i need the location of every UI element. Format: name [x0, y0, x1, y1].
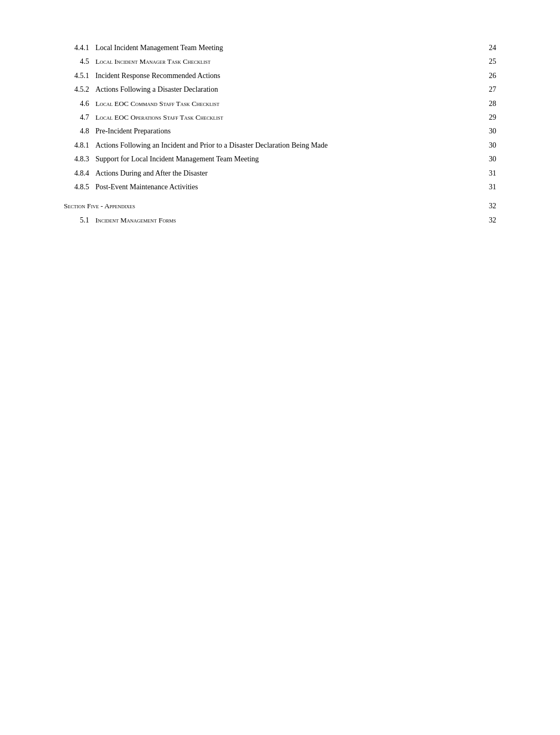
toc-number: Section Five - Appendixes [64, 200, 135, 212]
toc-number: 4.8.4 [64, 168, 95, 179]
toc-page: 28 [480, 98, 496, 110]
toc-entry-4-7: 4.7 Local EOC Operations Staff Task Chec… [64, 112, 496, 123]
toc-entry-4-8: 4.8 Pre-Incident Preparations 30 [64, 125, 496, 137]
toc-page: 24 [480, 42, 496, 54]
toc-entry-4-5: 4.5 Local Incident Manager Task Checklis… [64, 56, 496, 67]
toc-number: 4.8.5 [64, 181, 95, 193]
toc-number: 4.5.1 [64, 70, 95, 82]
toc-number: 4.8.1 [64, 140, 95, 151]
toc-entry-4-5-2: 4.5.2 Actions Following a Disaster Decla… [64, 84, 496, 95]
toc-number: 5.1 [64, 215, 95, 226]
toc-label: Actions During and After the Disaster [95, 168, 480, 179]
toc-entry-section-five: Section Five - Appendixes 32 [64, 200, 496, 212]
toc-page: 30 [480, 153, 496, 165]
toc-page: 32 [480, 200, 496, 212]
toc-page: 25 [480, 56, 496, 67]
toc-label: Pre-Incident Preparations [95, 125, 480, 137]
toc-page: 29 [480, 112, 496, 123]
toc-page: 30 [480, 140, 496, 151]
table-of-contents: 4.4.1 Local Incident Management Team Mee… [64, 32, 496, 703]
toc-label: Actions Following an Incident and Prior … [95, 140, 480, 151]
toc-number: 4.7 [64, 112, 95, 123]
toc-label: Support for Local Incident Management Te… [95, 153, 480, 165]
toc-label: Local Incident Management Team Meeting [95, 42, 480, 54]
toc-label: Local EOC Command Staff Task Checklist [95, 98, 480, 110]
toc-page: 27 [480, 84, 496, 95]
toc-page: 26 [480, 70, 496, 82]
toc-number: 4.6 [64, 98, 95, 110]
toc-label: Actions Following a Disaster Declaration [95, 84, 480, 95]
toc-entry-4-5-1: 4.5.1 Incident Response Recommended Acti… [64, 70, 496, 82]
toc-label: Incident Response Recommended Actions [95, 70, 480, 82]
toc-label: Local EOC Operations Staff Task Checklis… [95, 112, 480, 123]
toc-entry-4-8-3: 4.8.3 Support for Local Incident Managem… [64, 153, 496, 165]
toc-page: 30 [480, 125, 496, 137]
toc-entry-4-4-1: 4.4.1 Local Incident Management Team Mee… [64, 42, 496, 54]
toc-label: Local Incident Manager Task Checklist [95, 56, 480, 67]
toc-number: 4.8 [64, 125, 95, 137]
toc-entry-4-8-1: 4.8.1 Actions Following an Incident and … [64, 140, 496, 151]
toc-page: 31 [480, 181, 496, 193]
toc-page: 32 [480, 215, 496, 226]
toc-label: Post-Event Maintenance Activities [95, 181, 480, 193]
toc-label: Incident Management Forms [95, 215, 480, 226]
toc-number: 4.5.2 [64, 84, 95, 95]
toc-entry-4-6: 4.6 Local EOC Command Staff Task Checkli… [64, 98, 496, 110]
toc-page: 31 [480, 168, 496, 179]
toc-entry-4-8-4: 4.8.4 Actions During and After the Disas… [64, 168, 496, 179]
toc-number: 4.4.1 [64, 42, 95, 54]
toc-entry-4-8-5: 4.8.5 Post-Event Maintenance Activities … [64, 181, 496, 193]
toc-section-label: Section Five - Appendixes [64, 202, 135, 210]
toc-entry-5-1: 5.1 Incident Management Forms 32 [64, 215, 496, 226]
toc-number: 4.8.3 [64, 153, 95, 165]
toc-number: 4.5 [64, 56, 95, 67]
